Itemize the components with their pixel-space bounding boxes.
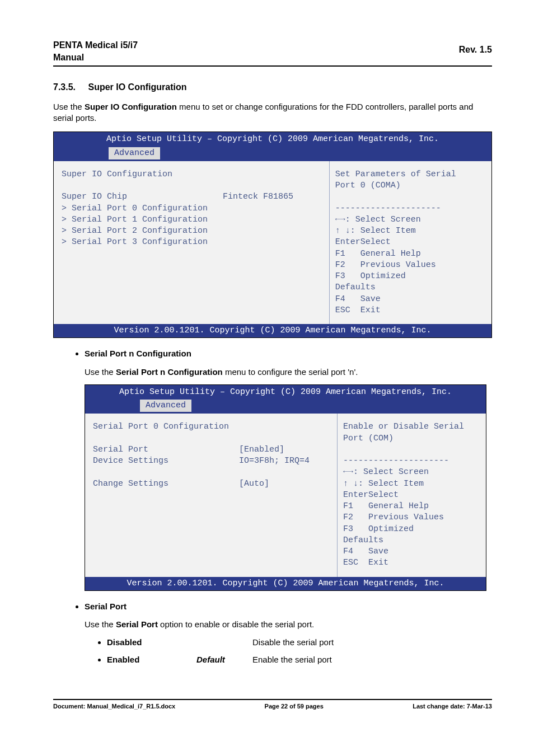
bios1-footer: Version 2.00.1201. Copyright (C) 2009 Am… [54, 324, 491, 337]
bios2-tabrow: Advanced [85, 400, 486, 414]
bios1-key-hints: ←→: Select Screen ↑ ↓: Select Item Enter… [335, 215, 436, 315]
bullet-serial-port-n-label: Serial Port n Configuration [85, 349, 191, 358]
bios2-tab-advanced: Advanced [140, 400, 191, 412]
bios-screenshot-super-io: Aptio Setup Utility – Copyright (C) 2009… [53, 132, 492, 338]
bios1-body: Super IO Configuration Super IO Chip Fin… [54, 161, 491, 324]
serial-port-options: Disabled Disable the serial port Enabled… [107, 637, 492, 665]
bios2-separator: --------------------- [343, 456, 449, 466]
bios2-left-pane: Serial Port 0 Configuration Serial Port … [85, 414, 338, 576]
bios2-key-hints: ←→: Select Screen ↑ ↓: Select Item Enter… [343, 467, 444, 567]
sp-bold: Serial Port [116, 619, 158, 629]
opt-enabled-name: Enabled [107, 654, 196, 665]
opt-enabled-default: Default [196, 654, 252, 665]
opt-enabled-desc: Enable the serial port [252, 654, 332, 665]
bullet-serial-port-label: Serial Port [85, 602, 127, 611]
serial-port-para: Use the Serial Port option to enable or … [85, 619, 492, 630]
section-title: Super IO Configuration [88, 82, 186, 92]
bios1-help-text: Set Parameters of Serial Port 0 (COMA) [335, 170, 456, 190]
section-number: 7.3.5. [53, 81, 76, 93]
header-product-block: PENTA Medical i5/i7 Manual [53, 39, 138, 63]
bios2-footer: Version 2.00.1201. Copyright (C) 2009 Am… [85, 577, 486, 590]
spn-bold: Serial Port n Configuration [116, 367, 223, 377]
product-name: PENTA Medical i5/i7 [53, 39, 138, 51]
doc-type: Manual [53, 51, 138, 64]
bios1-right-pane: Set Parameters of Serial Port 0 (COMA) -… [330, 161, 491, 324]
section-heading: 7.3.5. Super IO Configuration [53, 81, 492, 93]
bios1-separator: --------------------- [335, 204, 441, 213]
serial-port-n-para: Use the Serial Port n Configuration menu… [85, 367, 492, 378]
bullet-serial-port: Serial Port [85, 601, 492, 612]
spn-post: menu to configure the serial port 'n'. [223, 367, 358, 377]
spn-pre: Use the [85, 367, 116, 377]
bullet-serial-port-n: Serial Port n Configuration [85, 348, 492, 359]
intro-bold: Super IO Configuration [85, 102, 177, 111]
bios2-title: Aptio Setup Utility – Copyright (C) 2009… [85, 385, 486, 400]
opt-disabled-desc: Disable the serial port [252, 637, 334, 648]
option-disabled: Disabled Disable the serial port [107, 637, 492, 648]
opt-disabled-name: Disabled [107, 637, 196, 648]
footer-page: Page 22 of 59 pages [265, 702, 324, 711]
bullet-list-2: Serial Port [85, 601, 492, 612]
page-header: PENTA Medical i5/i7 Manual Rev. 1.5 [53, 39, 492, 67]
option-enabled: Enabled Default Enable the serial port [107, 654, 492, 665]
bios-screenshot-serial-port-0: Aptio Setup Utility – Copyright (C) 2009… [85, 384, 486, 591]
section-intro: Use the Super IO Configuration menu to s… [53, 101, 492, 124]
sp-post: option to enable or disable the serial p… [158, 619, 314, 629]
bios2-right-pane: Enable or Disable Serial Port (COM) ----… [338, 414, 486, 576]
bios1-tab-advanced: Advanced [109, 147, 160, 159]
bios2-body: Serial Port 0 Configuration Serial Port … [85, 414, 486, 576]
bios1-left-pane: Super IO Configuration Super IO Chip Fin… [54, 161, 330, 324]
footer-document: Document: Manual_Medical_i7_R1.5.docx [53, 702, 175, 711]
bios1-tabrow: Advanced [54, 147, 491, 161]
footer-date: Last change date: 7-Mar-13 [413, 702, 492, 711]
page-footer: Document: Manual_Medical_i7_R1.5.docx Pa… [53, 700, 492, 711]
intro-pre: Use the [53, 102, 85, 111]
bios1-title: Aptio Setup Utility – Copyright (C) 2009… [54, 132, 491, 147]
bullet-list-1: Serial Port n Configuration [85, 348, 492, 359]
sp-pre: Use the [85, 619, 116, 629]
bios2-help-text: Enable or Disable Serial Port (COM) [343, 422, 464, 443]
revision: Rev. 1.5 [459, 39, 492, 56]
